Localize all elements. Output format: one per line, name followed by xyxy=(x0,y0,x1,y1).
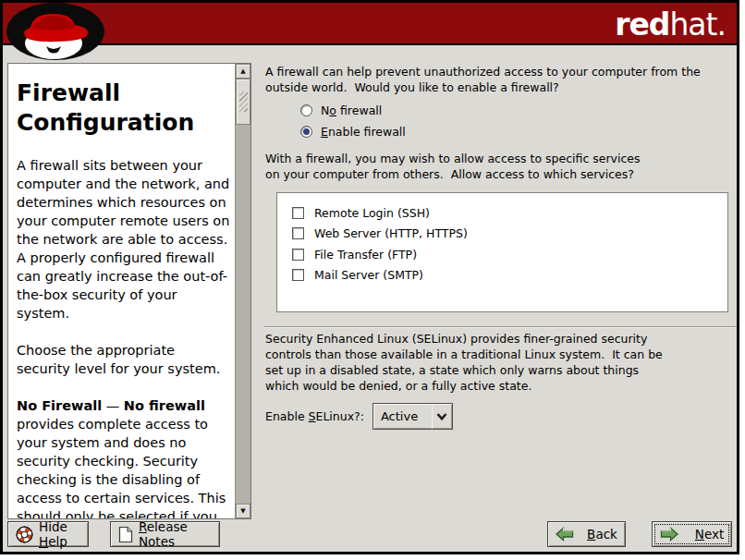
label-post: firewall xyxy=(336,103,382,117)
chevron-down-icon xyxy=(433,413,452,420)
label-post: elp xyxy=(48,534,67,549)
document-icon xyxy=(118,526,133,543)
label-pre: Enable xyxy=(265,409,309,423)
label-post: nable firewall xyxy=(328,125,406,139)
wordmark-dot: . xyxy=(717,6,727,43)
help-panel: Firewall Configuration A firewall sits b… xyxy=(7,63,251,519)
radio-enable-firewall[interactable]: Enable firewall xyxy=(300,123,406,140)
help-paragraph-2: Choose the appropriate security level fo… xyxy=(17,341,231,378)
radio-no-firewall[interactable]: No firewall xyxy=(300,102,382,118)
services-question-text: With a firewall, you may wish to allow a… xyxy=(265,151,641,182)
label-pre: Hide xyxy=(39,519,67,534)
radio-no-firewall-label: No firewall xyxy=(321,103,382,117)
label-post: ext xyxy=(704,527,724,542)
next-label: Next xyxy=(695,527,724,542)
firewall-question-text: A firewall can help prevent unauthorized… xyxy=(265,64,701,95)
service-row-ftp[interactable]: File Transfer (FTP) xyxy=(292,244,727,265)
radio-enable-firewall-label: Enable firewall xyxy=(321,125,406,139)
selinux-dropdown-value: Active xyxy=(373,409,432,423)
service-label: File Transfer (FTP) xyxy=(314,248,417,262)
selinux-dropdown[interactable]: Active xyxy=(372,403,453,430)
checkbox-icon[interactable] xyxy=(292,227,304,239)
help-paragraph-no-firewall: No Firewall — No firewall provides compl… xyxy=(17,396,231,518)
services-list: Remote Login (SSH) Web Server (HTTP, HTT… xyxy=(276,192,728,312)
service-label: Mail Server (SMTP) xyxy=(314,268,423,282)
label-mnemonic: H xyxy=(39,534,48,549)
no-firewall-term-1: No Firewall xyxy=(17,398,102,413)
label-mnemonic: N xyxy=(695,527,704,542)
life-ring-help-icon xyxy=(16,526,33,543)
redhat-wordmark: redhat. xyxy=(615,6,726,43)
checkbox-icon[interactable] xyxy=(292,249,304,261)
service-row-smtp[interactable]: Mail Server (SMTP) xyxy=(292,265,727,286)
help-paragraph-1: A firewall sits between your computer an… xyxy=(17,156,231,323)
selinux-description: Security Enhanced Linux (SELinux) provid… xyxy=(265,331,663,394)
selinux-row: Enable SELinux?: Active xyxy=(265,403,453,430)
wordmark-red: red xyxy=(615,6,669,43)
scroll-down-icon: ▼ xyxy=(240,508,245,515)
service-row-ssh[interactable]: Remote Login (SSH) xyxy=(292,202,727,224)
scroll-up-icon: ▲ xyxy=(240,68,245,75)
checkbox-icon[interactable] xyxy=(292,269,304,281)
label-post: ELinux?: xyxy=(316,409,364,423)
installer-window: redhat. Firewall Configuration A firewal… xyxy=(0,0,739,554)
radio-button-icon[interactable] xyxy=(300,104,312,116)
checkbox-icon[interactable] xyxy=(292,207,304,219)
label-mnemonic: B xyxy=(587,527,595,542)
label-post: ack xyxy=(595,527,617,542)
arrow-right-icon xyxy=(660,527,678,542)
help-title: Firewall Configuration xyxy=(17,79,231,138)
label-mnemonic: E xyxy=(321,125,328,139)
banner: redhat. xyxy=(3,3,737,45)
back-label: Back xyxy=(587,527,617,542)
label-mnemonic: R xyxy=(139,519,147,534)
service-row-web[interactable]: Web Server (HTTP, HTTPS) xyxy=(292,224,727,245)
radio-button-icon[interactable] xyxy=(300,126,312,138)
no-firewall-term-2: No firewall xyxy=(124,398,205,413)
selinux-separator xyxy=(263,326,738,328)
arrow-left-icon xyxy=(556,527,574,542)
footer-bar: Hide Help Release Notes Back xyxy=(3,517,737,552)
release-notes-label: Release Notes xyxy=(139,519,212,549)
content-pane: A firewall can help prevent unauthorized… xyxy=(263,47,739,517)
label-mnemonic: S xyxy=(309,409,316,423)
hide-help-label: Hide Help xyxy=(39,519,80,549)
wordmark-hat: hat xyxy=(669,6,716,43)
no-firewall-dash: — xyxy=(102,398,124,413)
help-text-area: Firewall Configuration A firewall sits b… xyxy=(8,64,235,518)
label-post: elease Notes xyxy=(139,519,188,549)
shadowman-logo-icon xyxy=(5,3,106,62)
hide-help-button[interactable]: Hide Help xyxy=(7,521,89,547)
release-notes-button[interactable]: Release Notes xyxy=(110,521,220,547)
label-mnemonic: o xyxy=(329,103,336,117)
scrollbar-grip-icon xyxy=(239,91,248,112)
scroll-up-button[interactable]: ▲ xyxy=(236,64,250,79)
service-label: Web Server (HTTP, HTTPS) xyxy=(314,226,468,240)
service-label: Remote Login (SSH) xyxy=(314,206,430,220)
label-pre: N xyxy=(321,103,329,117)
no-firewall-body: provides complete access to your system … xyxy=(17,417,226,518)
back-button[interactable]: Back xyxy=(547,521,626,547)
help-scrollbar[interactable]: ▲ ▼ xyxy=(235,64,250,518)
next-button[interactable]: Next xyxy=(652,521,732,547)
scrollbar-thumb[interactable] xyxy=(236,79,250,125)
main-area: Firewall Configuration A firewall sits b… xyxy=(3,47,737,517)
selinux-label: Enable SELinux?: xyxy=(265,409,364,423)
scrollbar-track[interactable] xyxy=(236,125,250,504)
